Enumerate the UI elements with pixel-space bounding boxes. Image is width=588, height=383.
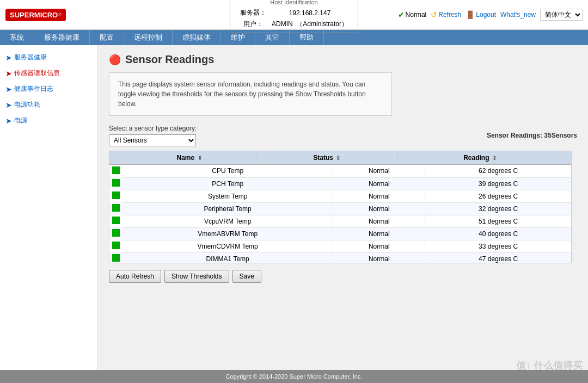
normal-icon: ✔ (398, 10, 405, 19)
table-row: VmemABVRM TempNormal40 degrees C (109, 227, 571, 240)
sensor-status-cell: Normal (333, 227, 425, 240)
reading-sort-icon: ⇕ (492, 155, 497, 161)
nav-system[interactable]: 系统 (0, 30, 34, 45)
show-thresholds-button[interactable]: Show Thresholds (164, 270, 229, 283)
table-row: PCH TempNormal39 degrees C (109, 177, 571, 190)
sensor-reading-cell: 62 degrees C (425, 165, 571, 177)
server-ip: 192.168.2.147 (270, 8, 350, 18)
arrow-blue-icon: ➤ (5, 53, 12, 62)
logout-label: Logout (476, 11, 496, 18)
user-label: 用户： (238, 19, 268, 29)
reading-col-header[interactable]: Reading ⇕ (398, 151, 562, 165)
sensor-reading-cell: 40 degrees C (425, 227, 571, 240)
auto-refresh-button[interactable]: Auto Refresh (109, 270, 161, 283)
nav-remote-control[interactable]: 远程控制 (124, 30, 173, 45)
sidebar-item-health-log[interactable]: ➤ 健康事件日志 (0, 81, 97, 97)
logo-micro-text: MICRO (34, 11, 58, 19)
content-area: 🔴 Sensor Readings This page displays sys… (98, 45, 588, 382)
sensor-name-cell: System Temp (122, 190, 333, 202)
sidebar-item-sensor-readings[interactable]: ➤ 传感器读取信息 (0, 65, 97, 81)
server-label: 服务器： (238, 8, 268, 18)
status-col-header[interactable]: Status ⇕ (256, 151, 398, 165)
green-indicator (112, 204, 120, 212)
logo-area: SUPER MICRO ® (5, 9, 66, 21)
table-row: CPU TempNormal62 degrees C (109, 165, 571, 177)
sensor-status-cell: Normal (333, 165, 425, 177)
watermark: 值↑ 什么值得买 (516, 359, 583, 372)
language-selector[interactable]: 简体中文 (540, 9, 583, 21)
green-indicator (112, 229, 120, 237)
green-indicator (112, 192, 120, 199)
sensor-status-cell: Normal (333, 190, 425, 202)
table-row: Peripheral TempNormal32 degrees C (109, 202, 571, 215)
name-sort-icon: ⇕ (198, 155, 202, 161)
sensor-reading-cell: 51 degrees C (425, 215, 571, 227)
logo-box: SUPER MICRO ® (5, 9, 66, 21)
nav-config[interactable]: 配置 (90, 30, 124, 45)
info-box: This page displays system sensor informa… (109, 72, 392, 116)
user-name: ADMIN （Administrator） (270, 19, 350, 29)
page-icon: 🔴 (109, 54, 121, 66)
top-right-bar: ✔ Normal ↺ Refresh 🚪 Logout What's_new 简… (398, 9, 583, 21)
sidebar-health-log-label: 健康事件日志 (14, 84, 53, 94)
arrow-blue4-icon: ➤ (5, 116, 12, 125)
sensor-name-cell: VcpuVRM Temp (122, 215, 333, 227)
green-indicator (112, 242, 120, 249)
green-indicator (112, 166, 120, 174)
sensor-table-body: CPU TempNormal62 degrees CPCH TempNormal… (109, 165, 571, 263)
sidebar-power-consumption-label: 电源功耗 (14, 100, 40, 109)
arrow-blue3-icon: ➤ (5, 101, 12, 109)
sidebar: ➤ 服务器健康 ➤ 传感器读取信息 ➤ 健康事件日志 ➤ 电源功耗 ➤ 电源 (0, 45, 98, 382)
indicator-cell (109, 190, 122, 202)
sensor-name-cell: VmemCDVRM Temp (122, 240, 333, 252)
logout-link[interactable]: 🚪 Logout (465, 10, 496, 19)
whats-new-link[interactable]: What's_new (500, 11, 536, 18)
indicator-cell (109, 227, 122, 240)
sidebar-power-label: 电源 (14, 116, 27, 125)
normal-label: Normal (406, 11, 427, 18)
sensor-count: Sensor Readings: 35Sensors (487, 132, 577, 139)
nav-virtual-media[interactable]: 虚拟媒体 (173, 30, 221, 45)
copyright-text: Copyright © 2014-2020 Super Micro Comput… (226, 373, 363, 380)
refresh-link[interactable]: ↺ Refresh (431, 10, 461, 19)
indicator-cell (109, 252, 122, 263)
sensor-name-cell: DIMMA1 Temp (122, 252, 333, 263)
sidebar-item-server-health[interactable]: ➤ 服务器健康 (0, 50, 97, 65)
name-col-header[interactable]: Name ⇕ (122, 151, 256, 165)
watermark-text: 值↑ 什么值得买 (516, 360, 583, 371)
sensor-type-dropdown[interactable]: All Sensors (109, 134, 196, 146)
info-text: This page displays system sensor informa… (118, 81, 366, 108)
sensor-tbody: CPU TempNormal62 degrees CPCH TempNormal… (109, 165, 571, 263)
normal-status: ✔ Normal (398, 10, 427, 19)
logout-icon: 🚪 (465, 10, 475, 19)
sensor-name-cell: Peripheral Temp (122, 202, 333, 215)
refresh-icon: ↺ (431, 10, 437, 19)
sensor-table: Name ⇕ Status ⇕ Reading ⇕ (109, 151, 571, 165)
sensor-type-label: Select a sensor type category: (109, 125, 197, 132)
sensor-select-area: Select a sensor type category: All Senso… (109, 125, 197, 146)
sensor-reading-cell: 33 degrees C (425, 240, 571, 252)
nav-server-health[interactable]: 服务器健康 (34, 30, 90, 45)
table-row: System TempNormal26 degrees C (109, 190, 571, 202)
indicator-cell (109, 240, 122, 252)
logo-text: SUPER (10, 11, 34, 19)
footer: Copyright © 2014-2020 Super Micro Comput… (0, 370, 588, 383)
sidebar-item-power-consumption[interactable]: ➤ 电源功耗 (0, 97, 97, 113)
save-button[interactable]: Save (232, 270, 261, 283)
sensor-status-cell: Normal (333, 202, 425, 215)
indicator-cell (109, 215, 122, 227)
sensor-reading-cell: 39 degrees C (425, 177, 571, 190)
table-row: VmemCDVRM TempNormal33 degrees C (109, 240, 571, 252)
status-sort-icon: ⇕ (336, 155, 340, 161)
whats-new-label: What's_new (500, 11, 536, 18)
indicator-col-header (109, 151, 122, 165)
indicator-cell (109, 177, 122, 190)
table-scroll-area[interactable]: CPU TempNormal62 degrees CPCH TempNormal… (109, 165, 571, 263)
sensor-table-wrapper: Name ⇕ Status ⇕ Reading ⇕ CPU TempNormal… (109, 151, 572, 263)
sensor-status-cell: Normal (333, 215, 425, 227)
sidebar-item-power[interactable]: ➤ 电源 (0, 113, 97, 128)
scrollbar-spacer (562, 151, 572, 165)
table-header-row: Name ⇕ Status ⇕ Reading ⇕ (109, 151, 571, 165)
sensor-name-cell: PCH Temp (122, 177, 333, 190)
logo-reg: ® (58, 12, 62, 17)
